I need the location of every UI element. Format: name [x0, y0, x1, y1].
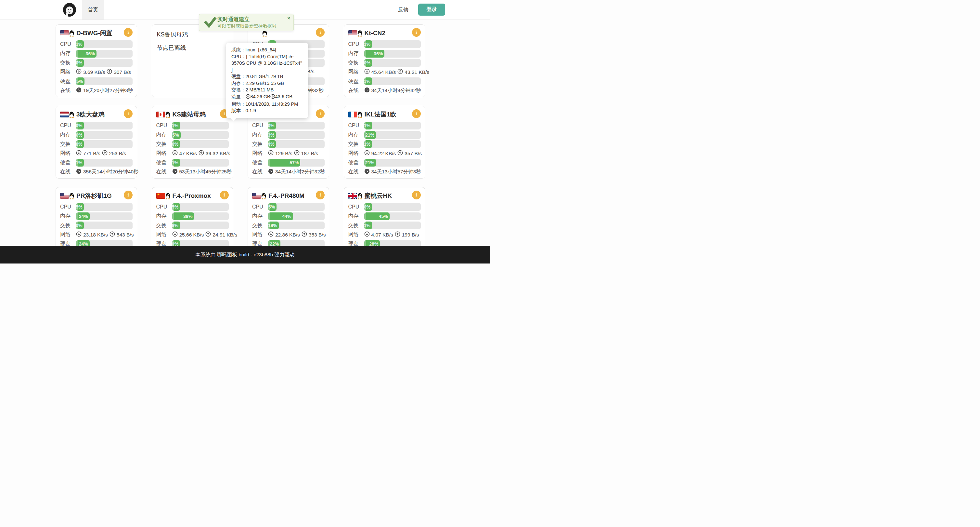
- row-label: 内存: [60, 50, 76, 57]
- server-name: 蜜桃云HK: [364, 192, 392, 200]
- info-icon[interactable]: i: [412, 109, 421, 118]
- card-title-row: D-BWG-闲置 i: [60, 28, 132, 38]
- cpu-row: CPU 1%: [348, 40, 421, 48]
- disk-row: 硬盘 15%: [60, 77, 132, 85]
- memory-progress-bar: 15%: [172, 131, 229, 139]
- row-label: 交换: [348, 141, 364, 148]
- tooltip-row-mem: 内存：2.29 GB/15.55 GB: [231, 80, 303, 87]
- footer-text-prefix: 本系统由: [196, 251, 217, 258]
- card-title-row: ★ F.4.-Proxmox i: [156, 191, 229, 201]
- row-label: 内存: [348, 131, 364, 138]
- nav-feedback-link[interactable]: 反馈: [398, 0, 409, 19]
- server-name: F.4.-Proxmox: [173, 192, 211, 200]
- download-circle-icon: [76, 69, 81, 75]
- row-label: 交换: [60, 141, 76, 148]
- online-row: 在线 53天13小时45分钟25秒: [156, 168, 229, 176]
- linux-penguin-icon: [357, 30, 363, 37]
- swap-row: 交换 1%: [348, 222, 421, 229]
- upload-circle-icon: [205, 231, 211, 238]
- toast-message: 可以实时获取最新监控数据啦: [217, 23, 290, 29]
- network-speed: 45.64 KB/s 43.21 KB/s: [364, 69, 430, 75]
- country-flag-icon: [252, 193, 261, 199]
- country-flag-icon: ★: [156, 193, 165, 199]
- info-icon[interactable]: i: [124, 28, 132, 37]
- cpu-progress-bar: 1%: [364, 122, 421, 129]
- memory-progress-bar: 21%: [364, 131, 421, 139]
- clock-icon: [364, 169, 370, 175]
- memory-row: 内存 24%: [60, 212, 132, 220]
- swap-progress-bar: 0%: [172, 140, 229, 148]
- country-flag-icon: [348, 112, 357, 117]
- download-circle-icon: [268, 150, 274, 157]
- toast-title: 实时通道建立: [217, 16, 290, 23]
- online-duration: 356天14小时20分钟40秒: [76, 169, 139, 175]
- info-icon[interactable]: i: [316, 109, 325, 118]
- login-button[interactable]: 登录: [418, 3, 445, 16]
- swap-row: 交换 0%: [60, 222, 132, 229]
- linux-penguin-icon: [261, 193, 266, 200]
- memory-progress-bar: 36%: [364, 50, 421, 57]
- tooltip-row-traffic: 流量： 84.26 GB 43.6 GB: [231, 93, 303, 101]
- disk-progress-bar: 1%: [76, 159, 132, 166]
- download-circle-icon: [172, 150, 178, 157]
- site-logo-avatar[interactable]: [62, 3, 77, 17]
- memory-progress-bar: 45%: [364, 212, 421, 220]
- network-row: 网络 23.18 KB/s 543 B/s: [60, 231, 132, 239]
- card-title-row: Kt-CN2 i: [348, 28, 421, 38]
- upload-circle-icon: [107, 69, 112, 75]
- country-flag-icon: [60, 193, 69, 199]
- clock-icon: [76, 169, 81, 175]
- offline-status-text: 节点已离线: [157, 44, 229, 52]
- network-speed: 94.22 KB/s 357 B/s: [364, 150, 422, 157]
- cpu-progress-bar: 0%: [364, 203, 421, 211]
- cpu-progress-bar: 5%: [76, 203, 132, 211]
- nezha-panel-link[interactable]: 哪吒面板: [217, 251, 237, 258]
- linux-penguin-icon: [69, 111, 75, 118]
- cpu-row: CPU 1%: [348, 122, 421, 129]
- cpu-progress-bar: 0%: [76, 122, 132, 129]
- swap-row: 交换 N%: [252, 140, 325, 148]
- row-label: 内存: [60, 131, 76, 138]
- info-icon[interactable]: i: [412, 191, 421, 200]
- nav-tab-home[interactable]: 首页: [82, 0, 104, 19]
- swap-row: 交换 0%: [156, 140, 229, 148]
- row-label: CPU: [156, 123, 172, 128]
- info-icon[interactable]: i: [316, 191, 325, 200]
- network-row: 网络 4.07 KB/s 199 B/s: [348, 231, 421, 239]
- row-label: 内存: [60, 213, 76, 220]
- info-icon[interactable]: i: [220, 191, 229, 200]
- row-label: 硬盘: [348, 78, 364, 85]
- disk-row: 硬盘 1%: [60, 159, 132, 166]
- row-label: 交换: [60, 222, 76, 229]
- info-icon[interactable]: i: [124, 191, 132, 200]
- network-speed: 129 B/s 187 B/s: [268, 150, 318, 157]
- network-speed: 3.69 KB/s 307 B/s: [76, 69, 131, 75]
- clock-icon: [172, 169, 178, 175]
- online-duration: 34天14小时4分钟42秒: [364, 87, 421, 94]
- row-label: CPU: [156, 204, 172, 210]
- memory-progress-bar: 3%: [268, 131, 325, 139]
- row-label: CPU: [252, 204, 268, 210]
- swap-row: 交换 0%: [60, 140, 132, 148]
- info-icon[interactable]: i: [124, 109, 132, 118]
- memory-row: 内存 44%: [252, 212, 325, 220]
- swap-row: 交换 1%: [348, 140, 421, 148]
- clock-icon: [76, 87, 81, 94]
- card-title-row: PR洛杉矶1G i: [60, 191, 132, 201]
- memory-row: 内存 15%: [156, 131, 229, 139]
- swap-progress-bar: 1%: [364, 140, 421, 148]
- build-hash-link[interactable]: c23b88b: [254, 252, 273, 258]
- cpu-row: CPU 5%: [60, 203, 132, 211]
- network-row: 网络 47 KB/s 39.32 KB/s: [156, 150, 229, 157]
- row-label: 内存: [348, 213, 364, 220]
- row-label: 硬盘: [252, 160, 268, 166]
- clock-icon: [268, 169, 274, 175]
- swap-progress-bar: 0%: [364, 59, 421, 67]
- info-icon[interactable]: i: [412, 28, 421, 37]
- country-flag-icon: [348, 193, 357, 199]
- info-icon[interactable]: i: [316, 28, 325, 37]
- download-circle-icon: [172, 231, 178, 238]
- upload-circle-icon: [294, 150, 299, 157]
- toast-close-icon[interactable]: ×: [287, 16, 290, 21]
- row-label: 内存: [252, 213, 268, 220]
